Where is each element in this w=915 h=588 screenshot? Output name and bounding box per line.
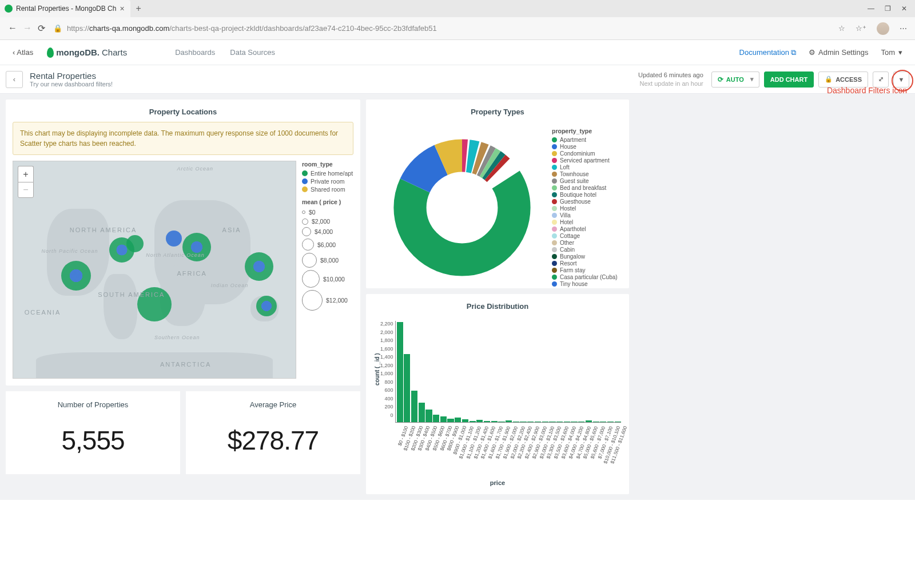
- world-map[interactable]: + −: [13, 161, 296, 379]
- legend-item: Shared room: [302, 186, 353, 193]
- back-icon[interactable]: ←: [8, 23, 17, 34]
- legend-size-item: $2,000: [302, 218, 353, 225]
- bar-chart-area: count ( _id ) 2,2002,0001,8001,6001,4001…: [374, 316, 621, 423]
- y-ticks: 2,2002,0001,8001,6001,4001,2001,00080060…: [380, 321, 395, 418]
- tab-close-icon[interactable]: ×: [120, 4, 124, 13]
- dashboard-toolbar: ‹ Rental Properties Try our new dashboar…: [0, 65, 915, 94]
- chart-title: Property Locations: [13, 100, 353, 122]
- kpi-title: Number of Properties: [6, 391, 180, 409]
- bar: [419, 403, 425, 422]
- bar: [520, 422, 526, 422]
- chart-title: Property Types: [366, 100, 629, 122]
- app-header: Atlas mongoDB. Charts Dashboards Data So…: [0, 40, 915, 65]
- auto-refresh-button[interactable]: ⟳ AUTO: [711, 71, 750, 88]
- legend-item: Hostel: [552, 205, 624, 212]
- legend-item: Casa particular (Cuba): [552, 274, 624, 280]
- auto-refresh-dropdown[interactable]: ▾: [746, 71, 759, 88]
- close-window-icon[interactable]: ✕: [901, 5, 907, 13]
- refresh-icon[interactable]: ⟳: [38, 23, 45, 34]
- legend-item: Tiny house: [552, 281, 624, 287]
- access-button[interactable]: 🔒 ACCESS: [818, 71, 868, 88]
- x-axis-label: price: [374, 479, 621, 486]
- maximize-icon[interactable]: ❐: [885, 5, 891, 13]
- new-tab-button[interactable]: +: [130, 3, 147, 14]
- bar: [404, 354, 410, 422]
- fullscreen-button[interactable]: ⤢: [873, 71, 889, 88]
- bar: [578, 422, 584, 422]
- lock-icon: 🔒: [53, 24, 62, 33]
- bar: [491, 421, 498, 422]
- bar: [564, 422, 570, 422]
- last-updated: Updated 6 minutes ago: [638, 71, 703, 79]
- window-controls: — ❐ ✕: [868, 5, 915, 13]
- next-update: Next update in an hour: [638, 80, 703, 88]
- refresh-icon: ⟳: [718, 76, 723, 84]
- kpi-row: Number of Properties 5,555 Average Price…: [6, 391, 360, 474]
- dashboard-filters-button[interactable]: ▼: [893, 71, 909, 88]
- legend-item: Apartment: [552, 137, 624, 143]
- star-outline-icon[interactable]: ☆: [838, 24, 845, 33]
- legend-size-item: $4,000: [302, 227, 353, 236]
- back-button[interactable]: ‹: [6, 71, 23, 88]
- profile-avatar[interactable]: [877, 22, 889, 35]
- bar: [615, 422, 621, 422]
- number-of-properties-card[interactable]: Number of Properties 5,555: [6, 391, 180, 474]
- legend-title: room_type: [302, 161, 353, 168]
- legend-size-title: mean ( price ): [302, 198, 353, 205]
- kpi-title: Average Price: [186, 391, 360, 409]
- zoom-out-button[interactable]: −: [18, 182, 34, 198]
- header-right: Documentation⧉ ⚙ Admin Settings Tom ▾: [739, 48, 902, 57]
- legend-size-item: $10,000: [302, 270, 353, 288]
- url-field[interactable]: 🔒 https://charts-qa.mongodb.com/charts-b…: [53, 24, 830, 33]
- nav-arrows: ← → ⟳: [8, 23, 45, 34]
- titlebar: Rental Properties - MongoDB Ch × + — ❐ ✕: [0, 0, 915, 17]
- bar: [462, 419, 468, 422]
- zoom-controls: + −: [18, 166, 34, 198]
- add-chart-button[interactable]: ADD CHART: [764, 71, 814, 88]
- property-locations-chart[interactable]: Property Locations This chart may be dis…: [6, 100, 360, 386]
- back-to-atlas-link[interactable]: Atlas: [13, 48, 33, 57]
- average-price-card[interactable]: Average Price $278.77: [186, 391, 360, 474]
- user-menu[interactable]: Tom ▾: [881, 48, 902, 57]
- legend-item: Guesthouse: [552, 198, 624, 205]
- more-icon[interactable]: ⋯: [900, 24, 907, 33]
- legend-title: property_type: [552, 128, 624, 134]
- legend-item: Cottage: [552, 233, 624, 239]
- admin-settings-link[interactable]: ⚙ Admin Settings: [809, 48, 868, 57]
- bar: [513, 422, 519, 422]
- price-distribution-chart[interactable]: Price Distribution count ( _id ) 2,2002,…: [366, 294, 629, 494]
- bar: [470, 421, 476, 422]
- dashboard-body: Property Locations This chart may be dis…: [0, 94, 915, 500]
- bar: [571, 422, 577, 422]
- map-area: + −: [13, 161, 353, 379]
- legend-item: Cabin: [552, 247, 624, 253]
- bar: [600, 422, 606, 422]
- url-text: https://charts-qa.mongodb.com/charts-bes…: [67, 24, 437, 33]
- minimize-icon[interactable]: —: [868, 5, 874, 13]
- leaf-icon: [47, 47, 54, 58]
- bar: [440, 416, 447, 422]
- nav-dashboards[interactable]: Dashboards: [175, 48, 215, 57]
- favorites-icon[interactable]: ☆⁺: [856, 24, 866, 33]
- nav-data-sources[interactable]: Data Sources: [230, 48, 275, 57]
- legend-item: Guest suite: [552, 178, 624, 184]
- legend-item: Aparthotel: [552, 226, 624, 232]
- zoom-in-button[interactable]: +: [18, 166, 34, 182]
- kpi-value: 5,555: [6, 425, 180, 456]
- property-types-chart[interactable]: Property Types: [366, 100, 629, 288]
- legend-item: Other: [552, 240, 624, 246]
- legend-item: House: [552, 144, 624, 150]
- bars-plot: [395, 321, 621, 423]
- bar: [455, 418, 461, 422]
- bar: [527, 422, 534, 422]
- browser-tab[interactable]: Rental Properties - MongoDB Ch ×: [0, 0, 130, 17]
- legend-size-item: $8,000: [302, 253, 353, 268]
- bar: [433, 415, 439, 422]
- right-column: Property Types: [366, 100, 629, 494]
- chevron-down-icon: ▾: [898, 48, 902, 57]
- documentation-link[interactable]: Documentation⧉: [739, 48, 796, 57]
- legend-item: Villa: [552, 212, 624, 218]
- mongodb-charts-logo: mongoDB. Charts: [47, 47, 127, 58]
- legend-item: Bungalow: [552, 253, 624, 260]
- bar: [607, 422, 614, 422]
